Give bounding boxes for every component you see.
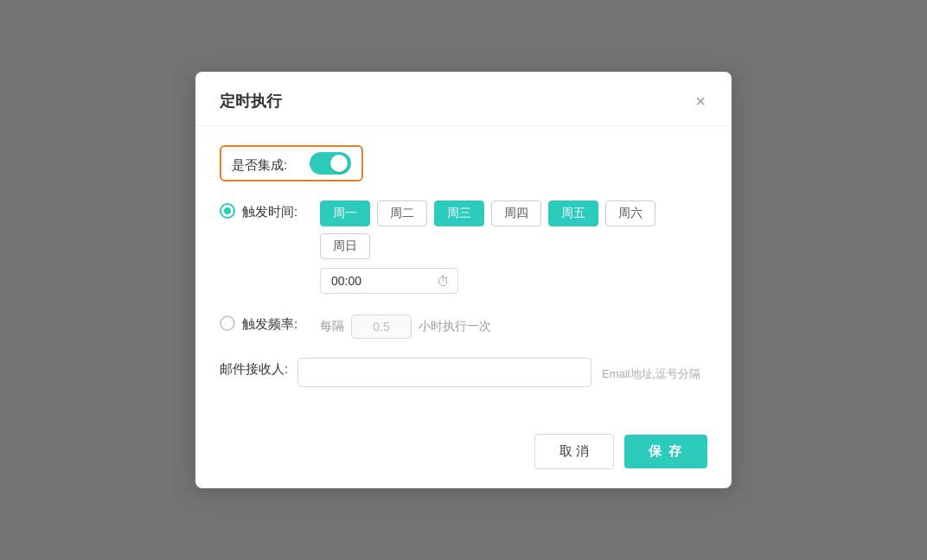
dialog-footer: 取 消 保 存 bbox=[195, 422, 732, 488]
integrate-row: 是否集成: bbox=[220, 145, 707, 181]
trigger-time-label: 触发时间: bbox=[242, 200, 320, 220]
integrate-toggle[interactable] bbox=[310, 152, 351, 175]
close-button[interactable]: × bbox=[694, 92, 707, 110]
freq-suffix: 小时执行一次 bbox=[419, 319, 491, 334]
integrate-label: 是否集成: bbox=[232, 154, 310, 174]
email-input[interactable] bbox=[297, 358, 591, 387]
email-row: 邮件接收人: Email地址,逗号分隔 bbox=[220, 358, 707, 387]
day-btn-mon[interactable]: 周一 bbox=[320, 200, 370, 226]
freq-input[interactable] bbox=[351, 315, 412, 339]
day-btn-wed[interactable]: 周三 bbox=[434, 200, 484, 226]
toggle-track bbox=[310, 152, 351, 175]
day-btn-tue[interactable]: 周二 bbox=[377, 200, 427, 226]
cancel-button[interactable]: 取 消 bbox=[534, 434, 614, 469]
trigger-freq-row: 触发频率: 每隔 小时执行一次 bbox=[220, 313, 707, 339]
integrate-toggle-wrapper: 是否集成: bbox=[220, 145, 363, 181]
dialog-title: 定时执行 bbox=[220, 91, 282, 111]
dialog: 定时执行 × 是否集成: 触发时间: bbox=[195, 72, 732, 488]
email-label: 邮件接收人: bbox=[220, 358, 297, 378]
email-hint: Email地址,逗号分隔 bbox=[602, 358, 700, 382]
time-input[interactable] bbox=[320, 268, 458, 294]
freq-prefix: 每隔 bbox=[320, 319, 344, 334]
save-button[interactable]: 保 存 bbox=[624, 435, 707, 468]
day-btn-fri[interactable]: 周五 bbox=[548, 200, 598, 226]
trigger-time-radio[interactable] bbox=[220, 203, 235, 219]
toggle-thumb bbox=[330, 155, 348, 172]
time-input-wrapper: ⏱ bbox=[320, 268, 458, 294]
day-btn-sat[interactable]: 周六 bbox=[605, 200, 655, 226]
freq-inline: 每隔 小时执行一次 bbox=[320, 313, 491, 339]
day-buttons: 周一 周二 周三 周四 周五 周六 周日 bbox=[320, 200, 707, 259]
trigger-freq-label: 触发频率: bbox=[242, 313, 320, 333]
trigger-time-row: 触发时间: 周一 周二 周三 周四 周五 周六 周日 ⏱ bbox=[220, 200, 707, 294]
dialog-header: 定时执行 × bbox=[195, 72, 732, 126]
trigger-freq-radio[interactable] bbox=[220, 315, 235, 331]
dialog-body: 是否集成: 触发时间: 周一 周二 周三 bbox=[195, 126, 732, 422]
trigger-time-content: 周一 周二 周三 周四 周五 周六 周日 ⏱ bbox=[320, 200, 707, 294]
day-btn-thu[interactable]: 周四 bbox=[491, 200, 541, 226]
day-btn-sun[interactable]: 周日 bbox=[320, 233, 370, 259]
